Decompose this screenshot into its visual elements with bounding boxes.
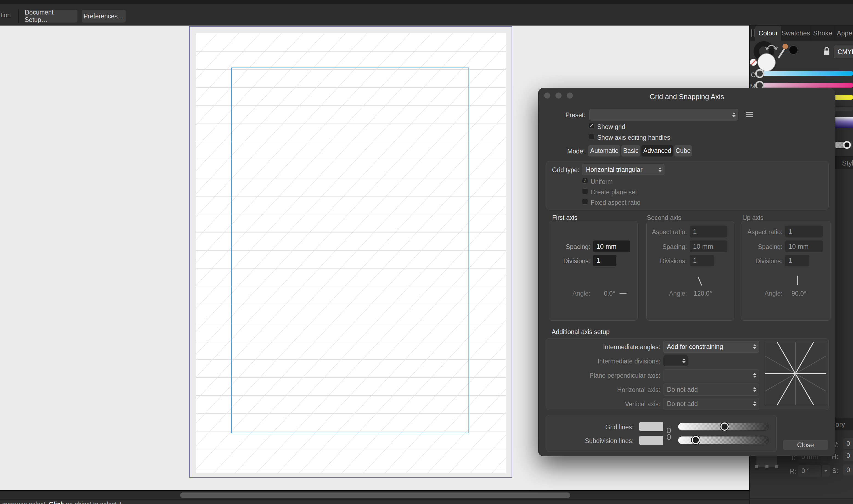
subdivision-lines-colour-swatch[interactable] <box>639 436 664 445</box>
dialog-title: Grid and Snapping Axis <box>539 92 835 101</box>
mode-basic[interactable]: Basic <box>621 145 640 157</box>
first-axis-spacing-input[interactable]: 10 mm <box>593 240 630 252</box>
cyan-slider-knob[interactable] <box>755 69 764 78</box>
mode-cube[interactable]: Cube <box>674 145 692 157</box>
mode-advanced[interactable]: Advanced <box>641 145 673 157</box>
intermediate-angles-dropdown[interactable]: Add for constraining <box>663 341 759 353</box>
panel-opacity-knob[interactable] <box>843 141 851 149</box>
fill-colour-circle[interactable] <box>758 53 776 71</box>
uniform-label: Uniform <box>591 178 613 185</box>
first-axis-divisions-input[interactable]: 1 <box>593 255 616 266</box>
styles-panel-header: Styl <box>833 156 853 169</box>
tab-stroke[interactable]: Stroke <box>811 25 835 41</box>
menubar-strip <box>0 0 853 4</box>
up-axis-group: Aspect ratio: 1 Spacing: 10 mm Divisions… <box>741 221 831 321</box>
grid-lines-opacity-knob[interactable] <box>721 422 729 431</box>
styles-header-truncated: Styl <box>842 159 853 167</box>
stepper-icon <box>753 387 757 392</box>
stepper-icon <box>753 344 757 349</box>
intermediate-divisions-spinner[interactable] <box>663 355 688 366</box>
history-header-truncated: ory <box>835 420 845 429</box>
stepper-icon <box>753 401 757 406</box>
anchor-selector-icon[interactable] <box>757 455 777 467</box>
stepper-icon <box>732 112 736 117</box>
subdivision-lines-label: Subdivision lines: <box>546 437 634 445</box>
second-axis-divisions-input[interactable]: 1 <box>690 255 714 266</box>
first-axis-group: Spacing: 10 mm Divisions: 1 Angle: 0.0° <box>549 221 638 321</box>
tab-colour[interactable]: Colour <box>755 25 781 41</box>
panel-grip-icon[interactable] <box>751 29 755 37</box>
second-axis-aspect-input[interactable]: 1 <box>690 226 727 237</box>
create-plane-set-label: Create plane set <box>591 188 637 196</box>
preset-dropdown[interactable] <box>589 109 738 121</box>
vertical-axis-dropdown[interactable]: Do not add <box>663 398 759 410</box>
show-grid-label: Show grid <box>597 123 625 131</box>
horizontal-axis-label: Horizontal axis: <box>546 386 660 394</box>
grid-lines-colour-swatch[interactable] <box>639 422 664 431</box>
app-window: tion Document Setup… Preferences… marque… <box>0 0 853 504</box>
second-axis-angle-icon <box>697 276 703 286</box>
eyedropper-icon[interactable] <box>777 43 789 60</box>
transform-s-label: S: <box>832 467 838 475</box>
uniform-checkbox[interactable]: ✓ <box>582 178 588 184</box>
divisions-label: Divisions: <box>647 257 687 265</box>
transform-s-input[interactable]: 0 <box>843 465 853 475</box>
close-button[interactable]: Close <box>783 440 828 450</box>
document-setup-button[interactable]: Document Setup… <box>25 10 77 22</box>
second-axis-group: Aspect ratio: 1 Spacing: 10 mm Divisions… <box>646 221 734 321</box>
show-grid-checkbox[interactable]: ✓ <box>589 123 595 129</box>
colour-model-label: CMYK <box>838 48 853 56</box>
grid-type-dropdown[interactable]: Horizontal triangular <box>582 164 665 175</box>
right-panel-bottom-strip <box>750 499 853 504</box>
stepper-icon <box>682 358 686 363</box>
toolbar-truncated-text: tion <box>1 12 11 19</box>
horizontal-scrollbar-track[interactable] <box>0 490 749 500</box>
cyan-slider-track[interactable] <box>759 71 853 76</box>
context-toolbar <box>0 4 853 25</box>
horizontal-scrollbar-thumb[interactable] <box>180 492 570 498</box>
mode-segmented-control: Automatic Basic Advanced Cube <box>588 145 692 157</box>
second-axis-spacing-input[interactable]: 10 mm <box>690 240 727 252</box>
colour-model-dropdown[interactable]: CMYK <box>834 46 853 58</box>
show-axis-handles-checkbox[interactable] <box>589 134 595 140</box>
angle-label: Angle: <box>647 290 687 297</box>
up-axis-spacing-input[interactable]: 10 mm <box>785 240 823 252</box>
up-axis-angle-icon <box>797 276 798 285</box>
preset-menu-icon[interactable] <box>746 112 753 118</box>
up-axis-divisions-input[interactable]: 1 <box>785 255 809 266</box>
up-axis-aspect-input[interactable]: 1 <box>785 226 823 237</box>
transform-r-dropdown[interactable] <box>822 465 830 476</box>
lock-icon[interactable] <box>823 46 831 56</box>
plane-perpendicular-label: Plane perpendicular axis: <box>546 372 660 379</box>
create-plane-set-checkbox[interactable] <box>582 188 588 194</box>
fixed-aspect-ratio-checkbox[interactable] <box>582 199 588 204</box>
toolbar-separator <box>18 9 19 23</box>
link-icon[interactable] <box>666 427 671 440</box>
tab-swatches[interactable]: Swatches <box>781 25 811 41</box>
gradient-well[interactable] <box>834 117 853 128</box>
eyedropper-colour-well[interactable] <box>789 45 798 55</box>
aspect-ratio-label: Aspect ratio: <box>647 228 687 236</box>
stepper-icon <box>658 167 662 172</box>
tab-appearance[interactable]: Appe <box>835 25 853 41</box>
page-margin-guide <box>231 68 469 433</box>
subdivision-lines-opacity-knob[interactable] <box>692 436 700 444</box>
transform-w-input[interactable]: 0 <box>843 438 853 449</box>
preferences-button[interactable]: Preferences… <box>82 10 126 22</box>
show-axis-handles-label: Show axis editing handles <box>597 134 670 141</box>
up-axis-angle-value: 90.0° <box>788 290 810 297</box>
mode-automatic[interactable]: Automatic <box>588 145 620 157</box>
first-axis-angle-value: 0.0° <box>601 290 618 297</box>
document-page[interactable] <box>196 33 506 473</box>
transform-r-input[interactable]: 0 ° <box>798 465 821 476</box>
second-axis-title: Second axis <box>647 214 681 221</box>
horizontal-axis-dropdown[interactable]: Do not add <box>663 383 759 396</box>
no-fill-icon[interactable] <box>750 59 757 66</box>
grid-snapping-dialog: Grid and Snapping Axis Preset: ✓ Show gr… <box>539 88 835 456</box>
plane-perpendicular-dropdown[interactable] <box>663 369 759 381</box>
status-text: marquee select. <box>2 501 49 504</box>
first-axis-title: First axis <box>552 214 578 221</box>
transform-h-input[interactable]: 0 <box>843 450 853 461</box>
swap-colours-icon[interactable] <box>765 41 778 51</box>
magenta-slider-track[interactable] <box>759 83 853 88</box>
